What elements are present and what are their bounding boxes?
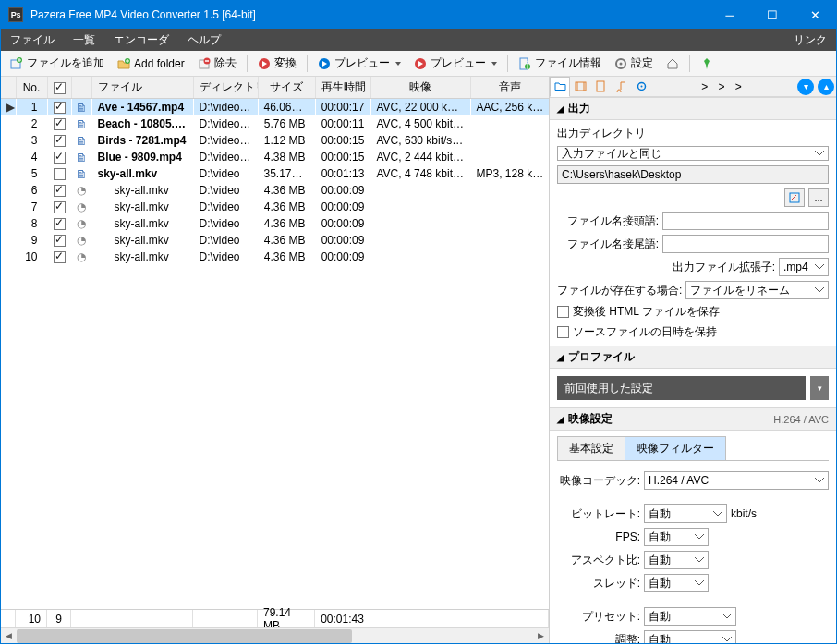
table-row[interactable]: 6sky-all.mkvD:\video4.36 MB00:00:09: [1, 182, 549, 199]
keep-date-checkbox[interactable]: ソースファイルの日時を保持: [557, 324, 829, 340]
menu-list[interactable]: 一覧: [64, 29, 104, 51]
add-folder-button[interactable]: Add folder: [112, 54, 190, 74]
rp-tab-tools[interactable]: [631, 77, 651, 97]
aspect-select[interactable]: 自動: [644, 551, 709, 569]
file-exists-select[interactable]: ファイルをリネーム: [685, 281, 829, 299]
video-codec-select[interactable]: H.264 / AVC: [644, 471, 829, 490]
output-dir-mode[interactable]: 入力ファイルと同じ: [557, 146, 829, 161]
table-row[interactable]: 5sky-all.mkvD:\video35.17 MB00:01:13AVC,…: [1, 165, 549, 182]
row-duration: 00:00:09: [315, 215, 370, 232]
col-no[interactable]: No.: [16, 77, 47, 99]
table-row[interactable]: 7sky-all.mkvD:\video4.36 MB00:00:09: [1, 199, 549, 215]
preview2-button[interactable]: プレビュー: [408, 54, 503, 74]
scroll-right-icon[interactable]: ▶: [533, 628, 549, 644]
status-bar: 10 9 79.14 MB 00:01:43: [1, 609, 549, 627]
collapse-panel-button[interactable]: > > >: [651, 77, 795, 97]
row-checkbox[interactable]: [54, 218, 66, 230]
row-filename: sky-all.mkv: [91, 182, 193, 199]
row-checkbox[interactable]: [54, 168, 66, 180]
row-no: 9: [16, 232, 47, 249]
rp-tab-audio[interactable]: [611, 77, 631, 97]
section-profile-head[interactable]: ◢プロファイル: [550, 346, 836, 369]
section-video-head[interactable]: ◢映像設定H.264 / AVC: [550, 407, 836, 431]
table-row[interactable]: 8sky-all.mkvD:\video4.36 MB00:00:09: [1, 215, 549, 232]
profile-select[interactable]: 前回使用した設定: [557, 376, 806, 400]
tune-select[interactable]: 自動: [644, 630, 736, 643]
col-file[interactable]: ファイル: [91, 77, 193, 99]
row-checkbox[interactable]: [54, 152, 66, 164]
menu-link[interactable]: リンク: [784, 29, 836, 51]
output-dir-edit-button[interactable]: [784, 188, 805, 207]
row-filename: sky-all.mkv: [91, 165, 193, 182]
chevron-down-icon: ◢: [557, 352, 564, 362]
scroll-left-icon[interactable]: ◀: [1, 628, 17, 644]
output-ext-select[interactable]: .mp4: [779, 258, 829, 276]
profile-dropdown-button[interactable]: ▾: [810, 376, 829, 400]
table-row[interactable]: ▶1Ave - 14567.mp4D:\video\m46.06 MB00:00…: [1, 99, 549, 116]
tab-filter[interactable]: 映像フィルター: [625, 436, 726, 460]
row-filename: Blue - 9809.mp4: [91, 149, 193, 165]
row-size: 4.36 MB: [258, 249, 315, 265]
remove-button[interactable]: 除去: [192, 54, 242, 74]
output-dir-path[interactable]: [557, 165, 829, 184]
col-dir[interactable]: ディレクトリ: [193, 77, 258, 99]
col-audio[interactable]: 音声: [470, 77, 549, 99]
scroll-thumb[interactable]: [17, 629, 352, 643]
row-size: 4.36 MB: [258, 199, 315, 215]
row-checkbox[interactable]: [54, 185, 66, 197]
settings-button[interactable]: 設定: [609, 54, 659, 74]
table-row[interactable]: 4Blue - 9809.mp4D:\video\m4.38 MB00:00:1…: [1, 149, 549, 165]
row-checkbox[interactable]: [54, 135, 66, 147]
add-files-button[interactable]: ファイルを追加: [5, 54, 110, 74]
svg-rect-16: [597, 81, 604, 91]
file-table-wrap[interactable]: No. ファイル ディレクトリ サイズ 再生時間 映像 音声 ▶1Ave - 1…: [1, 77, 549, 609]
scroll-down-button[interactable]: ▾: [797, 79, 814, 95]
table-row[interactable]: 10sky-all.mkvD:\video4.36 MB00:00:09: [1, 249, 549, 265]
row-checkbox[interactable]: [54, 235, 66, 247]
scroll-up-button[interactable]: ▴: [818, 79, 834, 95]
row-checkbox[interactable]: [54, 118, 66, 130]
section-output-head[interactable]: ◢出力: [550, 97, 836, 120]
table-row[interactable]: 9sky-all.mkvD:\video4.36 MB00:00:09: [1, 232, 549, 249]
row-video: AVC, 4 748 kbit/s,...: [370, 165, 470, 182]
row-video: [370, 182, 470, 199]
maximize-button[interactable]: ☐: [751, 1, 794, 29]
home-button[interactable]: [661, 54, 685, 74]
row-checkbox[interactable]: [54, 251, 66, 263]
preset-select[interactable]: 自動: [644, 607, 736, 626]
pin-button[interactable]: [695, 54, 719, 74]
rp-tab-video[interactable]: [570, 77, 590, 97]
file-info-button[interactable]: iファイル情報: [513, 54, 607, 74]
preview1-button[interactable]: プレビュー: [312, 54, 406, 74]
save-html-checkbox[interactable]: 変換後 HTML ファイルを保存: [557, 304, 829, 320]
menu-help[interactable]: ヘルプ: [178, 29, 230, 51]
filename-suffix-input[interactable]: [662, 235, 829, 253]
check-all[interactable]: [54, 82, 66, 94]
tab-basic[interactable]: 基本設定: [557, 436, 625, 460]
rp-tab-document[interactable]: [590, 77, 611, 97]
convert-button[interactable]: 変換: [252, 54, 302, 74]
threads-select[interactable]: 自動: [644, 574, 709, 592]
bitrate-select[interactable]: 自動: [644, 504, 727, 523]
row-audio: [470, 215, 549, 232]
output-dir-browse-button[interactable]: ...: [808, 188, 829, 207]
row-checkbox[interactable]: [54, 201, 66, 213]
col-duration[interactable]: 再生時間: [315, 77, 370, 99]
close-button[interactable]: ✕: [794, 1, 836, 29]
horizontal-scrollbar[interactable]: ◀ ▶: [1, 627, 549, 643]
menu-encoder[interactable]: エンコーダ: [104, 29, 178, 51]
col-size[interactable]: サイズ: [258, 77, 315, 99]
table-row[interactable]: 2Beach - 10805.mp4D:\video\m5.76 MB00:00…: [1, 115, 549, 132]
status-checked: 9: [47, 610, 71, 627]
filename-prefix-input[interactable]: [662, 212, 829, 230]
fps-select[interactable]: 自動: [644, 528, 709, 546]
minimize-button[interactable]: ─: [709, 1, 751, 29]
row-checkbox[interactable]: [54, 102, 66, 114]
row-duration: 00:00:09: [315, 182, 370, 199]
rp-tab-output[interactable]: [550, 77, 570, 97]
col-video[interactable]: 映像: [370, 77, 470, 99]
row-video: AVC, 2 444 kbit/s,...: [370, 149, 470, 165]
col-check[interactable]: [47, 77, 71, 99]
menu-file[interactable]: ファイル: [1, 29, 64, 51]
table-row[interactable]: 3Birds - 7281.mp4D:\video\m1.12 MB00:00:…: [1, 132, 549, 149]
